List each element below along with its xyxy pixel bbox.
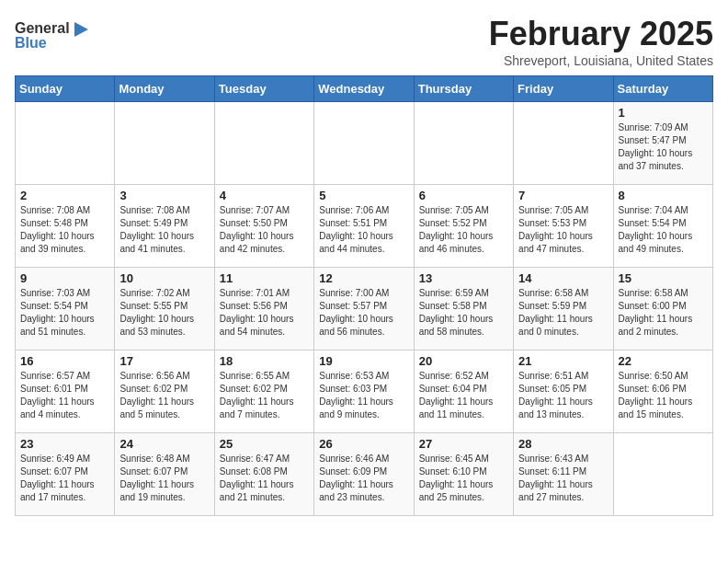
calendar-cell — [115, 102, 214, 185]
calendar-cell: 11Sunrise: 7:01 AM Sunset: 5:56 PM Dayli… — [214, 268, 313, 350]
calendar-cell: 15Sunrise: 6:58 AM Sunset: 6:00 PM Dayli… — [613, 268, 712, 350]
day-number: 21 — [518, 354, 608, 368]
calendar-header-row: SundayMondayTuesdayWednesdayThursdayFrid… — [16, 76, 713, 102]
calendar-cell: 22Sunrise: 6:50 AM Sunset: 6:06 PM Dayli… — [613, 350, 712, 433]
day-info: Sunrise: 6:45 AM Sunset: 6:10 PM Dayligh… — [419, 453, 508, 504]
calendar-cell: 20Sunrise: 6:52 AM Sunset: 6:04 PM Dayli… — [414, 350, 513, 433]
day-info: Sunrise: 7:05 AM Sunset: 5:52 PM Dayligh… — [419, 204, 508, 256]
calendar-cell: 27Sunrise: 6:45 AM Sunset: 6:10 PM Dayli… — [414, 433, 513, 516]
month-title: February 2025 — [489, 15, 713, 53]
day-info: Sunrise: 7:00 AM Sunset: 5:57 PM Dayligh… — [319, 287, 408, 339]
day-number: 9 — [20, 271, 109, 285]
day-number: 8 — [619, 189, 708, 202]
svg-text:General: General — [15, 20, 70, 36]
day-number: 24 — [119, 437, 209, 451]
day-info: Sunrise: 6:58 AM Sunset: 5:59 PM Dayligh… — [518, 287, 608, 339]
calendar-cell: 7Sunrise: 7:05 AM Sunset: 5:53 PM Daylig… — [514, 185, 613, 268]
day-number: 5 — [319, 189, 408, 202]
day-info: Sunrise: 6:59 AM Sunset: 5:58 PM Dayligh… — [419, 287, 508, 339]
day-number: 20 — [419, 354, 508, 368]
day-info: Sunrise: 7:02 AM Sunset: 5:55 PM Dayligh… — [119, 287, 209, 339]
day-info: Sunrise: 7:01 AM Sunset: 5:56 PM Dayligh… — [220, 287, 309, 339]
calendar-cell — [613, 433, 712, 516]
calendar-week-5: 23Sunrise: 6:49 AM Sunset: 6:07 PM Dayli… — [16, 433, 713, 516]
day-info: Sunrise: 6:43 AM Sunset: 6:11 PM Dayligh… — [518, 453, 608, 504]
day-info: Sunrise: 6:58 AM Sunset: 6:00 PM Dayligh… — [619, 287, 708, 339]
day-of-week-friday: Friday — [514, 76, 613, 102]
day-number: 15 — [619, 271, 708, 285]
calendar-week-2: 2Sunrise: 7:08 AM Sunset: 5:48 PM Daylig… — [16, 185, 713, 268]
day-info: Sunrise: 7:04 AM Sunset: 5:54 PM Dayligh… — [619, 204, 708, 256]
logo-icon: General Blue — [15, 15, 88, 52]
calendar-cell: 19Sunrise: 6:53 AM Sunset: 6:03 PM Dayli… — [314, 350, 414, 433]
calendar-cell: 3Sunrise: 7:08 AM Sunset: 5:49 PM Daylig… — [115, 185, 214, 268]
svg-marker-2 — [74, 22, 88, 37]
day-number: 6 — [419, 189, 508, 202]
day-info: Sunrise: 6:55 AM Sunset: 6:02 PM Dayligh… — [220, 370, 309, 421]
calendar-cell: 13Sunrise: 6:59 AM Sunset: 5:58 PM Dayli… — [414, 268, 513, 350]
day-number: 14 — [518, 271, 608, 285]
day-number: 23 — [20, 437, 109, 451]
day-number: 2 — [20, 189, 109, 202]
logo: General Blue — [15, 15, 88, 52]
calendar-cell: 28Sunrise: 6:43 AM Sunset: 6:11 PM Dayli… — [514, 433, 613, 516]
day-number: 1 — [619, 106, 708, 120]
day-number: 11 — [220, 271, 309, 285]
calendar-cell: 21Sunrise: 6:51 AM Sunset: 6:05 PM Dayli… — [514, 350, 613, 433]
day-of-week-saturday: Saturday — [613, 76, 712, 102]
calendar-cell — [16, 102, 115, 185]
title-block: February 2025 Shreveport, Louisiana, Uni… — [489, 15, 713, 68]
calendar-cell: 12Sunrise: 7:00 AM Sunset: 5:57 PM Dayli… — [314, 268, 414, 350]
day-number: 10 — [119, 271, 209, 285]
calendar-cell: 17Sunrise: 6:56 AM Sunset: 6:02 PM Dayli… — [115, 350, 214, 433]
calendar-week-4: 16Sunrise: 6:57 AM Sunset: 6:01 PM Dayli… — [16, 350, 713, 433]
day-number: 22 — [619, 354, 708, 368]
calendar-cell: 16Sunrise: 6:57 AM Sunset: 6:01 PM Dayli… — [16, 350, 115, 433]
day-of-week-sunday: Sunday — [16, 76, 115, 102]
day-number: 13 — [419, 271, 508, 285]
calendar-cell: 1Sunrise: 7:09 AM Sunset: 5:47 PM Daylig… — [613, 102, 712, 185]
calendar-week-3: 9Sunrise: 7:03 AM Sunset: 5:54 PM Daylig… — [16, 268, 713, 350]
calendar-cell: 26Sunrise: 6:46 AM Sunset: 6:09 PM Dayli… — [314, 433, 414, 516]
day-number: 27 — [419, 437, 508, 451]
day-number: 17 — [119, 354, 209, 368]
calendar-cell: 8Sunrise: 7:04 AM Sunset: 5:54 PM Daylig… — [613, 185, 712, 268]
day-info: Sunrise: 7:07 AM Sunset: 5:50 PM Dayligh… — [220, 204, 309, 256]
day-number: 26 — [319, 437, 408, 451]
calendar-cell: 6Sunrise: 7:05 AM Sunset: 5:52 PM Daylig… — [414, 185, 513, 268]
svg-text:Blue: Blue — [15, 35, 47, 51]
calendar-table: SundayMondayTuesdayWednesdayThursdayFrid… — [15, 75, 713, 516]
day-info: Sunrise: 6:52 AM Sunset: 6:04 PM Dayligh… — [419, 370, 508, 421]
day-of-week-wednesday: Wednesday — [314, 76, 414, 102]
day-info: Sunrise: 6:48 AM Sunset: 6:07 PM Dayligh… — [119, 453, 209, 504]
day-info: Sunrise: 6:49 AM Sunset: 6:07 PM Dayligh… — [20, 453, 109, 504]
day-number: 16 — [20, 354, 109, 368]
day-info: Sunrise: 6:46 AM Sunset: 6:09 PM Dayligh… — [319, 453, 408, 504]
calendar-cell: 9Sunrise: 7:03 AM Sunset: 5:54 PM Daylig… — [16, 268, 115, 350]
day-number: 28 — [518, 437, 608, 451]
day-number: 7 — [518, 189, 608, 202]
day-info: Sunrise: 7:09 AM Sunset: 5:47 PM Dayligh… — [619, 121, 708, 173]
day-number: 3 — [119, 189, 209, 202]
day-info: Sunrise: 7:06 AM Sunset: 5:51 PM Dayligh… — [319, 204, 408, 256]
day-number: 19 — [319, 354, 408, 368]
day-info: Sunrise: 6:50 AM Sunset: 6:06 PM Dayligh… — [619, 370, 708, 421]
day-info: Sunrise: 6:51 AM Sunset: 6:05 PM Dayligh… — [518, 370, 608, 421]
day-of-week-monday: Monday — [115, 76, 214, 102]
day-number: 12 — [319, 271, 408, 285]
calendar-cell — [514, 102, 613, 185]
calendar-cell: 25Sunrise: 6:47 AM Sunset: 6:08 PM Dayli… — [214, 433, 313, 516]
calendar-cell: 4Sunrise: 7:07 AM Sunset: 5:50 PM Daylig… — [214, 185, 313, 268]
day-info: Sunrise: 6:47 AM Sunset: 6:08 PM Dayligh… — [220, 453, 309, 504]
calendar-cell — [314, 102, 414, 185]
day-info: Sunrise: 6:53 AM Sunset: 6:03 PM Dayligh… — [319, 370, 408, 421]
day-info: Sunrise: 7:08 AM Sunset: 5:49 PM Dayligh… — [119, 204, 209, 256]
calendar-cell: 18Sunrise: 6:55 AM Sunset: 6:02 PM Dayli… — [214, 350, 313, 433]
day-info: Sunrise: 6:57 AM Sunset: 6:01 PM Dayligh… — [20, 370, 109, 421]
day-of-week-thursday: Thursday — [414, 76, 513, 102]
day-number: 25 — [220, 437, 309, 451]
calendar-cell — [214, 102, 313, 185]
day-number: 18 — [220, 354, 309, 368]
day-info: Sunrise: 7:08 AM Sunset: 5:48 PM Dayligh… — [20, 204, 109, 256]
calendar-cell: 2Sunrise: 7:08 AM Sunset: 5:48 PM Daylig… — [16, 185, 115, 268]
